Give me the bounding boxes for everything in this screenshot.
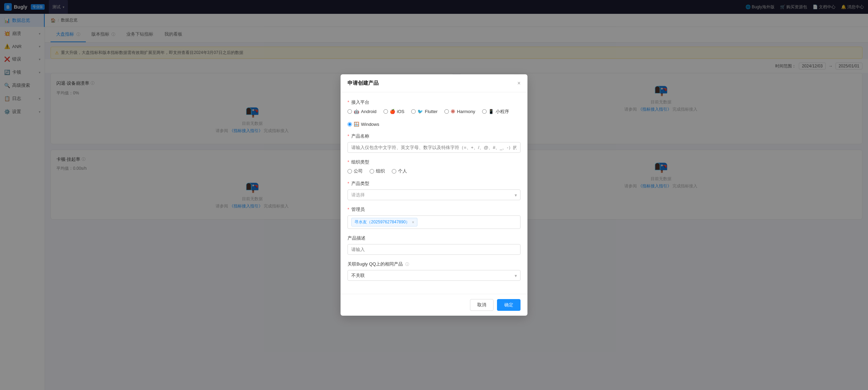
product-type-select-wrap: 请选择 ▾ bbox=[347, 189, 521, 200]
admin-tag-label: 寻水友（202597627847890） bbox=[354, 219, 410, 225]
org-type-label-text: 组织类型 bbox=[351, 159, 369, 165]
org-radio-company[interactable] bbox=[347, 169, 352, 174]
flutter-icon: 🐦 bbox=[417, 109, 423, 114]
platform-label-text: 接入平台 bbox=[351, 100, 369, 105]
product-name-label: * 产品名称 bbox=[347, 133, 521, 139]
platform-option-miniapp[interactable]: 📱 小程序 bbox=[482, 109, 509, 115]
platform-required-mark: * bbox=[347, 100, 349, 105]
product-name-label-text: 产品名称 bbox=[351, 133, 369, 139]
product-type-label: * 产品类型 bbox=[347, 180, 521, 187]
windows-label: Windows bbox=[361, 122, 379, 127]
platform-radio-android[interactable] bbox=[347, 109, 352, 114]
platform-radio-flutter[interactable] bbox=[411, 109, 416, 114]
platform-radio-harmony[interactable] bbox=[444, 109, 449, 114]
org-option-company[interactable]: 公司 bbox=[347, 168, 363, 174]
platform-option-harmony[interactable]: ❋ Harmony bbox=[444, 108, 475, 115]
harmony-icon: ❋ bbox=[451, 108, 455, 115]
ios-icon: 🍎 bbox=[390, 109, 395, 114]
org-personal-label: 个人 bbox=[398, 168, 407, 174]
related-label: 关联Bugly QQ上的相同产品 ⓘ bbox=[347, 261, 521, 267]
related-select[interactable]: 不关联 bbox=[347, 270, 521, 281]
platform-option-ios[interactable]: 🍎 iOS bbox=[383, 109, 405, 114]
description-label-text: 产品描述 bbox=[347, 235, 365, 241]
platform-radio-ios[interactable] bbox=[383, 109, 388, 114]
platform-label: * 接入平台 bbox=[347, 99, 521, 105]
android-icon: 🤖 bbox=[354, 109, 359, 114]
harmony-label: Harmony bbox=[457, 109, 475, 114]
modal-close-button[interactable]: × bbox=[517, 80, 521, 86]
form-section-description: 产品描述 bbox=[347, 235, 521, 255]
platform-radio-miniapp[interactable] bbox=[482, 109, 487, 114]
confirm-button[interactable]: 确定 bbox=[497, 299, 521, 311]
modal-footer: 取消 确定 bbox=[341, 294, 527, 316]
platform-options: 🤖 Android 🍎 iOS 🐦 Flutter bbox=[347, 108, 521, 127]
org-options: 公司 组织 个人 bbox=[347, 168, 521, 174]
org-radio-personal[interactable] bbox=[392, 169, 396, 174]
product-type-required-mark: * bbox=[347, 181, 349, 186]
related-label-text: 关联Bugly QQ上的相同产品 bbox=[347, 261, 403, 267]
org-company-label: 公司 bbox=[354, 168, 363, 174]
description-input[interactable] bbox=[347, 244, 521, 255]
flutter-label: Flutter bbox=[425, 109, 437, 114]
miniapp-label: 小程序 bbox=[496, 109, 509, 115]
cancel-button[interactable]: 取消 bbox=[470, 299, 494, 311]
platform-radio-windows[interactable] bbox=[347, 122, 352, 127]
form-section-product-type: * 产品类型 请选择 ▾ bbox=[347, 180, 521, 200]
admin-required-mark: * bbox=[347, 207, 349, 212]
android-label: Android bbox=[361, 109, 377, 114]
related-select-wrap: 不关联 ▾ bbox=[347, 270, 521, 281]
modal-body: * 接入平台 🤖 Android 🍎 iOS bbox=[341, 92, 527, 294]
product-name-input[interactable] bbox=[347, 142, 521, 153]
miniapp-icon: 📱 bbox=[488, 109, 494, 114]
modal-title: 申请创建产品 bbox=[347, 80, 379, 86]
product-type-label-text: 产品类型 bbox=[351, 181, 369, 186]
org-org-label: 组织 bbox=[376, 168, 385, 174]
ios-label: iOS bbox=[397, 109, 405, 114]
admin-field[interactable]: 寻水友（202597627847890） × bbox=[347, 215, 521, 229]
platform-option-android[interactable]: 🤖 Android bbox=[347, 109, 377, 114]
description-label: 产品描述 bbox=[347, 235, 521, 241]
platform-option-flutter[interactable]: 🐦 Flutter bbox=[411, 109, 437, 114]
admin-tag-user1: 寻水友（202597627847890） × bbox=[351, 218, 417, 226]
create-product-modal: 申请创建产品 × * 接入平台 🤖 Android bbox=[341, 74, 527, 316]
related-info-icon: ⓘ bbox=[405, 262, 409, 266]
org-type-label: * 组织类型 bbox=[347, 159, 521, 165]
form-section-related: 关联Bugly QQ上的相同产品 ⓘ 不关联 ▾ bbox=[347, 261, 521, 281]
admin-label-text: 管理员 bbox=[351, 207, 365, 212]
product-type-select[interactable]: 请选择 bbox=[347, 189, 521, 200]
admin-label: * 管理员 bbox=[347, 206, 521, 213]
form-section-org-type: * 组织类型 公司 组织 个人 bbox=[347, 159, 521, 174]
form-section-product-name: * 产品名称 bbox=[347, 133, 521, 153]
org-radio-org[interactable] bbox=[370, 169, 374, 174]
form-section-platform: * 接入平台 🤖 Android 🍎 iOS bbox=[347, 99, 521, 127]
modal-overlay[interactable]: 申请创建产品 × * 接入平台 🤖 Android bbox=[0, 0, 868, 390]
modal-header: 申请创建产品 × bbox=[341, 74, 527, 92]
windows-icon: 🪟 bbox=[354, 122, 359, 127]
form-section-admin: * 管理员 寻水友（202597627847890） × bbox=[347, 206, 521, 229]
org-type-required-mark: * bbox=[347, 159, 349, 165]
platform-option-windows[interactable]: 🪟 Windows bbox=[347, 122, 379, 127]
product-name-required-mark: * bbox=[347, 133, 349, 139]
org-option-personal[interactable]: 个人 bbox=[392, 168, 407, 174]
org-option-org[interactable]: 组织 bbox=[370, 168, 385, 174]
admin-tag-close-icon[interactable]: × bbox=[412, 220, 414, 225]
